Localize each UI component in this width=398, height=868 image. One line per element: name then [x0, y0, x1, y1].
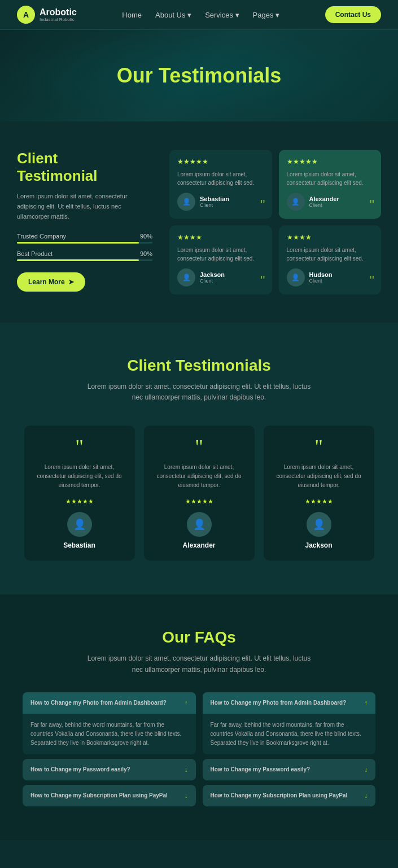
avatar-jackson: 👤 [177, 268, 195, 287]
testimonials-section2: Client Testimonials Lorem ipsum dolor si… [0, 323, 398, 594]
avatar2-sebastian: 👤 [67, 512, 92, 537]
faq-answer-l1: Far far away, behind the word mountains,… [23, 714, 196, 754]
newsletter-section: Our Newsletters Lorem ipsum dolor sit am… [0, 840, 398, 868]
ct-desc: Lorem ipsum dolor sit amet, consectetur … [17, 192, 152, 222]
testimonial-card-3: ★★★★ Lorem ipsum dolor sit amet, consect… [169, 225, 272, 294]
avatar-hudson: 👤 [287, 268, 305, 287]
ts2-card-3: " Lorem ipsum dolor sit amet, consectetu… [264, 426, 374, 561]
testimonials-grid: " Lorem ipsum dolor sit amet, consectetu… [24, 426, 374, 561]
contact-us-button[interactable]: Contact Us [325, 6, 381, 23]
avatar2-alexander: 👤 [187, 512, 212, 537]
quote-icon-4: " [369, 273, 374, 289]
testimonial-card-4: ★★★★ Lorem ipsum dolor sit amet, consect… [279, 225, 382, 294]
faq-question-l2[interactable]: How to Change my Password easily? ↓ [23, 759, 196, 780]
ts2-card-2: " Lorem ipsum dolor sit amet, consectetu… [144, 426, 255, 561]
client-testimonial-section: Client Testimonial Lorem ipsum dolor sit… [0, 121, 398, 323]
faq-arrow-r3: ↓ [364, 792, 368, 800]
faq-item-r1: How to Change my Photo from Admin Dashbo… [203, 692, 376, 754]
faq-arrow-r1: ↑ [364, 699, 368, 707]
navbar: A Arobotic Industrial Robotic Home About… [0, 0, 398, 30]
ct-left: Client Testimonial Lorem ipsum dolor sit… [17, 150, 152, 292]
progress-trusted: Trusted Company 90% [17, 233, 152, 244]
hero-title-yellow: Testimonials [159, 64, 281, 87]
faq-arrow-l3: ↓ [185, 792, 188, 800]
testimonial-card-2: ★★★★★ Lorem ipsum dolor sit amet, consec… [279, 150, 382, 219]
arrow-right-icon: ➤ [68, 278, 74, 286]
faq-item-l2: How to Change my Password easily? ↓ [23, 759, 196, 780]
faq-question-r1[interactable]: How to Change my Photo from Admin Dashbo… [203, 692, 376, 714]
faq-question-r3[interactable]: How to Change my Subscription Plan using… [203, 785, 376, 806]
ts2-card-1: " Lorem ipsum dolor sit amet, consectetu… [24, 426, 135, 561]
progress-best-product: Best Product 90% [17, 250, 152, 261]
big-quote-icon-2: " [153, 437, 246, 457]
big-quote-icon-1: " [33, 437, 126, 457]
faq-item-l1: How to Change my Photo from Admin Dashbo… [23, 692, 196, 754]
avatar-alexander: 👤 [287, 193, 305, 211]
faq-left-col: How to Change my Photo from Admin Dashbo… [23, 692, 196, 806]
big-quote-icon-3: " [273, 437, 365, 457]
nav-link-pages[interactable]: Pages ▾ [253, 11, 279, 19]
logo-brand: Arobotic [40, 7, 77, 17]
quote-icon: " [260, 197, 265, 213]
faq-item-r3: How to Change my Subscription Plan using… [203, 785, 376, 806]
avatar-sebastian: 👤 [177, 193, 195, 211]
faq-right-col: How to Change my Photo from Admin Dashbo… [203, 692, 376, 806]
nav-logo: A Arobotic Industrial Robotic [17, 6, 77, 24]
faq-arrow-l1: ↑ [185, 699, 188, 707]
hero-title-white: Our [117, 64, 159, 87]
faq-grid: How to Change my Photo from Admin Dashbo… [23, 692, 375, 806]
faq-question-l1[interactable]: How to Change my Photo from Admin Dashbo… [23, 692, 196, 714]
logo-icon: A [17, 6, 35, 24]
ct-heading: Client Testimonial [17, 150, 152, 185]
faq-arrow-r2: ↓ [364, 766, 368, 774]
faq-item-l3: How to Change my Subscription Plan using… [23, 785, 196, 806]
nav-link-about[interactable]: About Us ▾ [155, 11, 191, 19]
ts2-desc: Lorem ipsum dolor sit amet, consectetur … [86, 381, 312, 403]
faq-question-l3[interactable]: How to Change my Subscription Plan using… [23, 785, 196, 806]
avatar2-jackson: 👤 [307, 512, 331, 537]
learn-more-button[interactable]: Learn More ➤ [17, 272, 85, 292]
faq-heading: Our FAQs [23, 628, 375, 646]
quote-icon-2: " [369, 197, 374, 213]
faq-section: Our FAQs Lorem ipsum dolor sit amet, con… [0, 594, 398, 840]
faq-desc: Lorem ipsum dolor sit amet, consectetur … [86, 653, 312, 675]
hero-section: Our Testimonials [0, 30, 398, 121]
faq-item-r2: How to Change my Password easily? ↓ [203, 759, 376, 780]
ct-testimonial-cards: ★★★★★ Lorem ipsum dolor sit amet, consec… [169, 150, 381, 294]
nav-link-home[interactable]: Home [122, 11, 142, 19]
nav-links: Home About Us ▾ Services ▾ Pages ▾ [122, 10, 279, 20]
quote-icon-3: " [260, 273, 265, 289]
logo-text-group: Arobotic Industrial Robotic [40, 7, 77, 22]
logo-sub: Industrial Robotic [40, 18, 77, 22]
faq-question-r2[interactable]: How to Change my Password easily? ↓ [203, 759, 376, 780]
testimonial-card-1: ★★★★★ Lorem ipsum dolor sit amet, consec… [169, 150, 272, 219]
faq-answer-r1: Far far away, behind the word mountains,… [203, 714, 376, 754]
faq-arrow-l2: ↓ [185, 766, 188, 774]
nav-link-services[interactable]: Services ▾ [205, 11, 239, 19]
hero-title: Our Testimonials [117, 64, 281, 88]
ts2-heading: Client Testimonials [23, 357, 375, 375]
